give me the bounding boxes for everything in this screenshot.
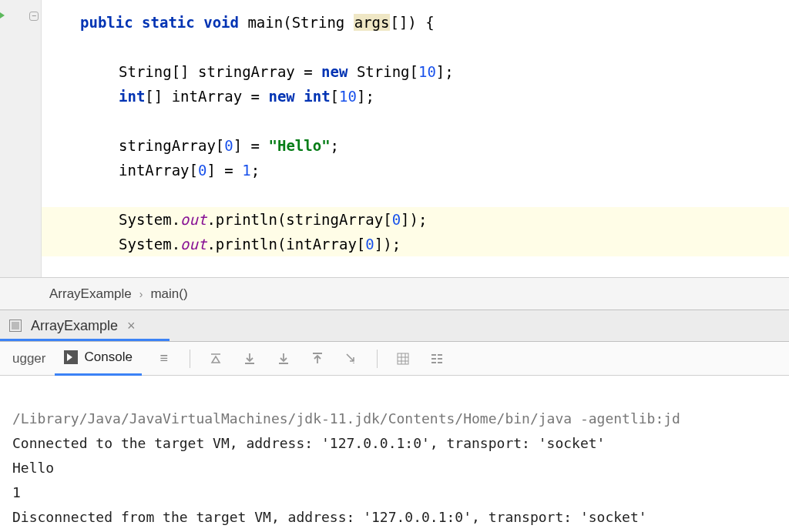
breadcrumb[interactable]: ArrayExample › main() bbox=[0, 277, 789, 309]
svg-rect-0 bbox=[398, 353, 408, 364]
console-line: 1 bbox=[12, 484, 21, 500]
separator bbox=[377, 350, 378, 368]
tab-debugger[interactable]: ugger bbox=[3, 342, 55, 376]
filter-icon[interactable] bbox=[428, 350, 445, 367]
editor-pane: − public static void main(String args[])… bbox=[0, 0, 789, 277]
console-icon bbox=[64, 350, 78, 364]
code-line[interactable] bbox=[42, 35, 789, 59]
soft-wrap-icon[interactable]: ≡ bbox=[156, 350, 173, 367]
grid-icon[interactable] bbox=[394, 350, 411, 367]
run-tabs: ArrayExample × bbox=[0, 309, 789, 342]
console-line: Connected to the target VM, address: '12… bbox=[12, 435, 605, 451]
run-tab-name[interactable]: ArrayExample bbox=[31, 318, 118, 334]
tab-console-label: Console bbox=[84, 350, 132, 365]
console-line: Hello bbox=[12, 460, 54, 476]
chevron-right-icon: › bbox=[139, 288, 143, 300]
breadcrumb-class[interactable]: ArrayExample bbox=[49, 286, 132, 302]
toolbar-icons: ≡ bbox=[156, 350, 445, 368]
code-line[interactable]: String[] stringArray = new String[10]; bbox=[42, 59, 789, 84]
code-line[interactable]: public static void main(String args[]) { bbox=[42, 10, 789, 35]
separator bbox=[190, 350, 190, 368]
code-line[interactable]: System.out.println(intArray[0]); bbox=[42, 232, 789, 256]
code-line[interactable] bbox=[42, 182, 789, 207]
run-gutter-icon[interactable] bbox=[0, 9, 5, 22]
console-line: Disconnected from the target VM, address… bbox=[12, 509, 647, 525]
download-icon-2[interactable] bbox=[275, 350, 292, 367]
close-icon[interactable]: × bbox=[127, 318, 136, 334]
code-line[interactable]: int[] intArray = new int[10]; bbox=[42, 84, 789, 109]
upload-icon[interactable] bbox=[309, 350, 326, 367]
console-toolbar: ugger Console ≡ bbox=[0, 342, 789, 376]
console-output[interactable]: /Library/Java/JavaVirtualMachines/jdk-11… bbox=[0, 376, 789, 532]
console-line: /Library/Java/JavaVirtualMachines/jdk-11… bbox=[12, 410, 680, 427]
tab-console[interactable]: Console bbox=[55, 342, 141, 376]
code-line[interactable] bbox=[42, 109, 789, 133]
code-line[interactable]: System.out.println(stringArray[0]); bbox=[42, 207, 789, 232]
code-area[interactable]: public static void main(String args[]) {… bbox=[42, 0, 789, 277]
code-line[interactable]: intArray[0] = 1; bbox=[42, 158, 789, 182]
code-line[interactable]: stringArray[0] = "Hello"; bbox=[42, 133, 789, 158]
scroll-end-icon[interactable] bbox=[343, 350, 360, 367]
scroll-top-icon[interactable] bbox=[207, 350, 224, 367]
run-config-icon[interactable] bbox=[9, 320, 22, 332]
editor-gutter[interactable]: − bbox=[0, 0, 42, 277]
breadcrumb-method[interactable]: main() bbox=[150, 286, 187, 302]
fold-icon[interactable]: − bbox=[29, 12, 39, 21]
download-icon[interactable] bbox=[241, 350, 258, 367]
